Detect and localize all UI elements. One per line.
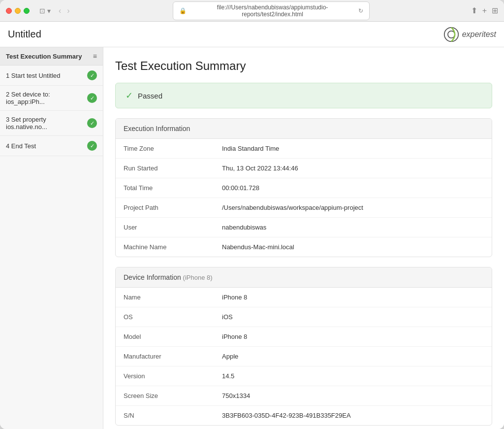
sidebar: Test Execution Summary ≡ 1 Start test Un… (0, 47, 103, 429)
main-layout: Test Execution Summary ≡ 1 Start test Un… (0, 47, 504, 429)
execution-info-title: Execution Information (124, 125, 190, 132)
execution-info-header: Execution Information (116, 119, 492, 139)
brand-name: experitest (462, 30, 496, 39)
maximize-button[interactable] (24, 8, 30, 14)
traffic-lights (6, 8, 30, 14)
grid-icon[interactable]: ⊞ (492, 6, 498, 15)
sidebar-toggle-icon[interactable]: ⊡ ▾ (37, 6, 53, 16)
info-label-machine-name: Machine Name (124, 243, 222, 251)
info-label-manufacturer: Manufacturer (124, 353, 222, 360)
passed-badge: ✓ Passed (115, 83, 492, 108)
sidebar-item-label-2: 2 Set device to: ios_app:iPh... (6, 91, 83, 105)
info-value-sn: 3B3FB603-035D-4F42-923B-491B335F29EA (222, 412, 351, 419)
execution-info-card: Execution Information Time Zone India St… (115, 118, 492, 257)
nav-arrows: ‹ › (57, 5, 72, 16)
main-content: Test Execution Summary ✓ Passed Executio… (103, 47, 504, 429)
info-value-project-path: /Users/nabendubiswas/workspace/appium-pr… (222, 204, 363, 211)
info-row-total-time: Total Time 00:00:01.728 (116, 178, 492, 198)
sidebar-item-check-4: ✓ (87, 141, 97, 151)
info-label-total-time: Total Time (124, 184, 222, 192)
passed-text: Passed (138, 92, 162, 100)
info-label-screen-size: Screen Size (124, 392, 222, 399)
info-label-project-path: Project Path (124, 204, 222, 211)
passed-check-icon: ✓ (126, 90, 133, 101)
minimize-button[interactable] (15, 8, 21, 14)
sidebar-menu-icon[interactable]: ≡ (93, 52, 97, 60)
sidebar-item-check-3: ✓ (87, 118, 97, 128)
address-bar-container: 🔒 file:///Users/nabendubiswas/appiumstud… (76, 1, 467, 20)
sidebar-header-title: Test Execution Summary (6, 53, 90, 60)
info-row-run-started: Run Started Thu, 13 Oct 2022 13:44:46 (116, 159, 492, 178)
device-info-header: Device Information (iPhone 8) (116, 267, 492, 288)
info-row-model: Model iPhone 8 (116, 327, 492, 347)
info-row-sn: S/N 3B3FB603-035D-4F42-923B-491B335F29EA (116, 406, 492, 425)
info-value-version: 14.5 (222, 372, 234, 380)
forward-button[interactable]: › (65, 5, 71, 16)
info-label-name: Name (124, 294, 222, 301)
info-value-user: nabendubiswas (222, 224, 266, 231)
brand-logo: experitest (443, 27, 496, 42)
info-label-os: OS (124, 313, 222, 321)
sidebar-header: Test Execution Summary ≡ (0, 47, 103, 66)
info-row-user: User nabendubiswas (116, 218, 492, 237)
info-value-os: iOS (222, 313, 233, 321)
sidebar-item-label-3: 3 Set property ios.native.no... (6, 116, 83, 131)
sidebar-item-check-1: ✓ (87, 70, 97, 80)
device-info-card: Device Information (iPhone 8) Name iPhon… (115, 267, 492, 426)
brand-icon-svg (443, 27, 459, 42)
info-label-timezone: Time Zone (124, 145, 222, 152)
info-value-run-started: Thu, 13 Oct 2022 13:44:46 (222, 165, 298, 172)
info-label-sn: S/N (124, 412, 222, 419)
sidebar-item-check-2: ✓ (87, 93, 97, 103)
info-value-total-time: 00:00:01.728 (222, 184, 259, 192)
info-row-project-path: Project Path /Users/nabendubiswas/worksp… (116, 198, 492, 218)
app-content: Untitled experitest Test Execution Summa… (0, 22, 504, 429)
info-row-screen-size: Screen Size 750x1334 (116, 386, 492, 406)
info-row-os: OS iOS (116, 307, 492, 327)
lock-icon: 🔒 (179, 7, 187, 14)
app-titlebar: Untitled experitest (0, 22, 504, 47)
info-label-model: Model (124, 333, 222, 340)
info-row-version: Version 14.5 (116, 366, 492, 386)
sidebar-item-2[interactable]: 2 Set device to: ios_app:iPh... ✓ (0, 86, 103, 111)
info-label-version: Version (124, 372, 222, 380)
address-bar[interactable]: 🔒 file:///Users/nabendubiswas/appiumstud… (173, 1, 370, 20)
info-label-run-started: Run Started (124, 165, 222, 172)
url-text[interactable]: file:///Users/nabendubiswas/appiumstudio… (190, 4, 354, 18)
browser-window: ⊡ ▾ ‹ › 🔒 file:///Users/nabendubiswas/ap… (0, 0, 504, 429)
titlebar-actions: ⬆ + ⊞ (471, 6, 498, 15)
sidebar-item-label-1: 1 Start test Untitled (6, 72, 83, 79)
device-info-subtitle: (iPhone 8) (183, 274, 213, 281)
sidebar-item-3[interactable]: 3 Set property ios.native.no... ✓ (0, 111, 103, 136)
info-row-timezone: Time Zone India Standard Time (116, 139, 492, 159)
svg-point-0 (444, 27, 458, 41)
new-tab-icon[interactable]: + (482, 6, 487, 15)
reload-icon[interactable]: ↻ (358, 7, 363, 14)
page-title: Test Execution Summary (115, 59, 492, 73)
info-value-machine-name: Nabendus-Mac-mini.local (222, 243, 294, 251)
info-value-timezone: India Standard Time (222, 145, 279, 152)
info-value-screen-size: 750x1334 (222, 392, 250, 399)
info-value-model: iPhone 8 (222, 333, 247, 340)
info-row-machine-name: Machine Name Nabendus-Mac-mini.local (116, 237, 492, 257)
sidebar-item-1[interactable]: 1 Start test Untitled ✓ (0, 66, 103, 86)
share-icon[interactable]: ⬆ (471, 6, 477, 15)
device-info-title: Device Information (124, 273, 181, 281)
close-button[interactable] (6, 8, 12, 14)
info-value-manufacturer: Apple (222, 353, 238, 360)
info-row-name: Name iPhone 8 (116, 288, 492, 307)
app-title: Untitled (8, 29, 443, 40)
info-value-name: iPhone 8 (222, 294, 247, 301)
sidebar-item-label-4: 4 End Test (6, 142, 83, 150)
titlebar: ⊡ ▾ ‹ › 🔒 file:///Users/nabendubiswas/ap… (0, 0, 504, 22)
sidebar-item-4[interactable]: 4 End Test ✓ (0, 136, 103, 156)
info-row-manufacturer: Manufacturer Apple (116, 347, 492, 366)
info-label-user: User (124, 224, 222, 231)
back-button[interactable]: ‹ (57, 5, 63, 16)
